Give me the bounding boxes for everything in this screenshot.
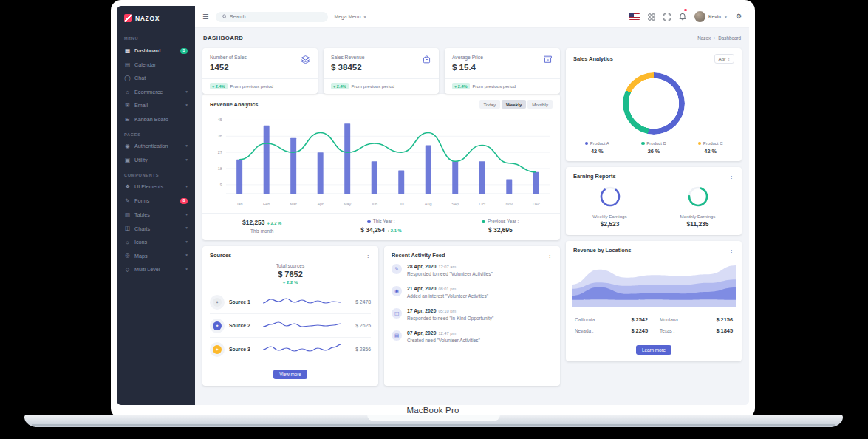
location-name: Texas : (660, 328, 674, 333)
pencil-icon: ✎ (392, 264, 402, 274)
kebab-menu-icon[interactable]: ⋮ (547, 253, 553, 259)
sidebar-item-label: Ecommerce (134, 89, 163, 95)
forms-icon: ✎ (124, 198, 131, 204)
notification-dot (684, 9, 687, 12)
feed-text: Responded to need "In-Kind Opportunity" (407, 316, 553, 321)
sidebar-item-ui-elements[interactable]: ❖UI Elements▾ (117, 180, 195, 194)
range-button-weekly[interactable]: Weekly (502, 100, 526, 109)
location-montana-: Montana :$ 2156 (660, 316, 733, 323)
revenue-by-locations-card: Revenue by Locations ⋮ California :$ 254… (566, 241, 742, 361)
kebab-menu-icon[interactable]: ⋮ (728, 248, 734, 253)
mega-menu-label: Mega Menu (335, 14, 361, 19)
device-label: MacBook Pro (111, 406, 755, 415)
sidebar-item-utility[interactable]: ▣Utility▾ (117, 153, 195, 167)
chart-icon: ◫ (392, 308, 402, 319)
user-menu-button[interactable]: Kevin ▼ (694, 11, 728, 22)
dashboard-app: NAZOX MENU▦Dashboard3▤Calendar◯Chat⌂Ecom… (117, 6, 749, 405)
sidebar-item-multi-level[interactable]: ◇Multi Level▾ (117, 262, 195, 276)
source-avatar: ✦ (210, 319, 225, 333)
notifications-button[interactable] (679, 10, 686, 24)
card-title: Revenue Analytics (210, 101, 258, 108)
apps-grid-icon[interactable] (648, 13, 655, 21)
chevron-down-icon: ▾ (185, 158, 188, 163)
sidebar-item-kanban-board[interactable]: ⊞Kanban Board (117, 112, 195, 126)
multi-level-icon: ◇ (124, 267, 131, 273)
settings-gear-icon[interactable]: ⚙ (736, 13, 742, 20)
sidebar-item-maps[interactable]: ◎Maps▾ (117, 249, 195, 263)
sidebar-item-label: Icons (134, 239, 147, 245)
month-select-value: Apr (719, 56, 726, 61)
sidebar-item-dashboard[interactable]: ▦Dashboard3 (117, 44, 195, 58)
breadcrumb-current: Dashboard (718, 35, 741, 41)
earning-reports-row: Weekly Earnings$2,523Monthly Earnings$11… (566, 183, 742, 235)
stat-delta-badge: + 2.4% (331, 83, 349, 89)
source-name: Source 1 (229, 299, 259, 304)
view-more-button[interactable]: View more (273, 370, 307, 379)
source-icon: ✦ (213, 298, 222, 307)
search-box[interactable] (216, 12, 328, 22)
svg-text:Feb: Feb (263, 202, 270, 206)
month-select[interactable]: Apr ↕ (714, 54, 734, 64)
breadcrumb-root[interactable]: Nazox (697, 35, 711, 41)
radial-progress-chart (599, 186, 621, 208)
svg-text:Mar: Mar (290, 202, 297, 206)
activity-feed-card: Recent Activity Feed ⋮ ✎28 Apr, 202012:0… (384, 246, 560, 386)
chevron-down-icon: ▾ (185, 185, 188, 189)
search-input[interactable] (230, 14, 321, 19)
range-toggle-group: TodayWeeklyMonthly (479, 100, 553, 109)
stat-value: $ 15.4 (452, 63, 483, 72)
card-title: Earning Reports (573, 173, 616, 180)
brand-logo-icon (124, 14, 132, 22)
svg-text:36: 36 (218, 134, 222, 138)
menu-toggle-icon[interactable]: ☰ (202, 13, 209, 21)
kebab-menu-icon[interactable]: ⋮ (728, 174, 734, 180)
sources-list: ✦Source 1$ 2478✦Source 2$ 2625✦Source 3$… (202, 290, 378, 361)
feed-time: 08:01 pm (438, 287, 456, 291)
breadcrumb: Nazox › Dashboard (697, 35, 741, 41)
source-sparkline-chart (263, 342, 341, 354)
source-name: Source 3 (229, 347, 259, 352)
source-row-source-3: ✦Source 3$ 2856 (210, 337, 371, 361)
sidebar-item-label: UI Elements (134, 184, 163, 189)
svg-text:27: 27 (218, 150, 222, 154)
sidebar-item-calendar[interactable]: ▤Calendar (117, 58, 195, 72)
updown-arrow-icon: ↕ (728, 57, 730, 61)
sidebar-item-tables[interactable]: ▥Tables▾ (117, 208, 195, 222)
earning-label: Monthly Earnings (654, 214, 742, 219)
svg-text:Sep: Sep (451, 202, 459, 206)
learn-more-button[interactable]: Learn more (636, 345, 671, 355)
source-value: $ 2856 (346, 347, 371, 352)
sidebar-item-label: Calendar (134, 62, 156, 67)
legend-dot (698, 142, 702, 146)
sources-card: Sources ⋮ Total sources $ 7652 + 2.2 % ✦… (202, 246, 378, 386)
sidebar-item-authentication[interactable]: ◉Authentication▾ (117, 140, 195, 154)
card-title: Sales Analytics (573, 55, 613, 62)
nav-section-label: MENU (117, 30, 195, 44)
source-avatar: ✦ (210, 342, 225, 357)
source-row-source-1: ✦Source 1$ 2478 (210, 290, 371, 313)
mega-menu-button[interactable]: Mega Menu ▼ (335, 14, 367, 19)
sidebar-item-forms[interactable]: ✎Forms8 (117, 194, 195, 208)
sidebar-item-ecommerce[interactable]: ⌂Ecommerce▾ (117, 85, 195, 99)
sidebar-item-chat[interactable]: ◯Chat (117, 72, 195, 86)
fullscreen-icon[interactable] (663, 13, 671, 21)
layers-icon (301, 55, 310, 64)
language-flag-icon[interactable] (629, 13, 640, 21)
stat-title: Average Price (452, 55, 483, 60)
briefcase-icon: ▤ (392, 330, 402, 341)
sidebar-item-icons[interactable]: ☼Icons▾ (117, 235, 195, 249)
range-button-monthly[interactable]: Monthly (527, 100, 553, 109)
card-title: Recent Activity Feed (392, 252, 445, 259)
range-button-today[interactable]: Today (479, 100, 501, 109)
authentication-icon: ◉ (124, 143, 131, 149)
sidebar-item-charts[interactable]: ◫Charts▾ (117, 222, 195, 236)
location-value: $ 2156 (716, 316, 733, 323)
feed-time: 12:47 pm (438, 331, 456, 336)
sidebar-item-email[interactable]: ✉Email▾ (117, 99, 195, 113)
revenue-month-stat: $12,253 + 2.2 % This month (202, 219, 321, 234)
sidebar-item-label: Charts (134, 226, 150, 231)
this-year-value: $ 34,254 (360, 226, 385, 234)
kebab-menu-icon[interactable]: ⋮ (365, 253, 371, 259)
brand[interactable]: NAZOX (117, 8, 195, 30)
card-title: Revenue by Locations (573, 247, 631, 253)
